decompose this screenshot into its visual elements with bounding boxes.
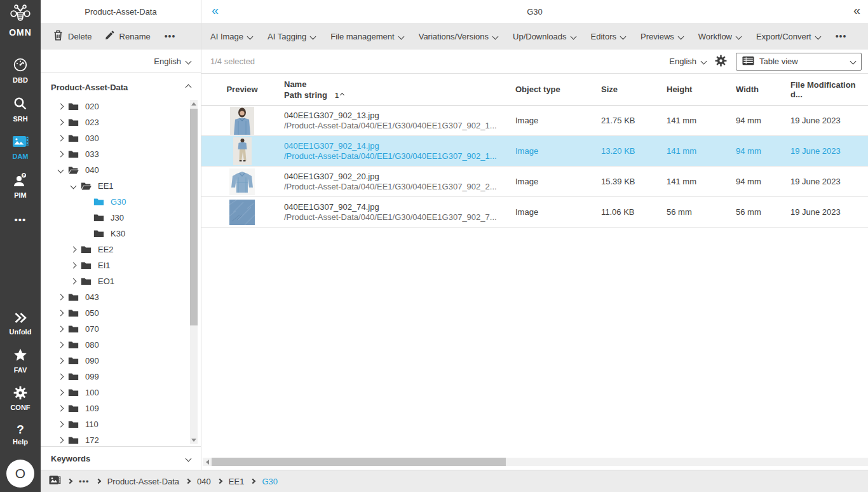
breadcrumb-item-040[interactable]: 040 [197,477,211,486]
rail-item-fav[interactable]: FAV [13,348,28,374]
menu-previews[interactable]: Previews [641,32,683,41]
asset-browser-icon[interactable] [49,475,61,488]
expand-chevron-icon[interactable] [56,118,65,127]
omn-logo[interactable]: OMN [8,4,32,38]
expand-chevron-icon[interactable] [69,245,78,254]
delete-button[interactable]: Delete [50,27,96,45]
expand-chevron-icon[interactable] [69,277,78,286]
rail-item-dam[interactable]: DAM [12,135,29,160]
table-row[interactable]: 040EE1G307_902_74.jpg /Product-Asset-Dat… [201,197,868,228]
keywords-section-header[interactable]: Keywords [41,446,201,470]
tree-item-ee2[interactable]: EE2 [41,242,201,257]
breadcrumb-item-ee1[interactable]: EE1 [229,477,245,486]
rename-button[interactable]: Rename [101,28,154,44]
tree-item-g30-selected[interactable]: G30 [41,194,201,210]
expand-chevron-icon[interactable] [56,404,65,413]
column-header-name-path[interactable]: Name Path string 1 [274,79,515,100]
tree-item-030[interactable]: 030 [41,130,201,146]
tree-item-109[interactable]: 109 [41,400,201,416]
tree-item-020[interactable]: 020 [41,99,201,114]
expand-chevron-icon[interactable] [56,309,65,318]
expand-chevron-icon[interactable] [56,420,65,429]
expand-chevron-icon[interactable] [56,357,65,366]
expand-chevron-icon[interactable] [56,102,65,111]
menu-variations-versions[interactable]: Variations/Versions [419,32,498,41]
rail-item-pim[interactable]: P PIM [12,172,29,199]
tree-item-090[interactable]: 090 [41,353,201,369]
view-mode-value: Table view [759,57,798,66]
collapse-chevron-icon[interactable] [56,166,65,175]
menu-ai-tagging[interactable]: AI Tagging [268,32,315,41]
scroll-down-arrow[interactable] [190,436,198,444]
image-height: 141 mm [667,146,736,156]
tree-item-ee1[interactable]: EE1 [41,178,201,194]
table-row-selected[interactable]: 040EE1G307_902_14.jpg /Product-Asset-Dat… [201,136,868,167]
panel-language-select[interactable]: English [41,50,201,73]
tree-item-172[interactable]: 172 [41,432,201,446]
horizontal-scrollbar[interactable] [203,458,868,466]
breadcrumb: ••• Product-Asset-Data 040 EE1 G30 [41,470,868,492]
scroll-left-arrow[interactable] [203,460,212,465]
scroll-up-arrow[interactable] [190,100,198,107]
tree-item-050[interactable]: 050 [41,305,201,321]
column-header-size[interactable]: Size [601,85,667,94]
column-header-width[interactable]: Width [736,85,790,94]
menu-up-downloads[interactable]: Up/Downloads [513,32,576,41]
expand-chevron-icon[interactable] [56,388,65,397]
expand-chevron-icon[interactable] [56,436,65,445]
tree-item-070[interactable]: 070 [41,321,201,337]
breadcrumb-collapsed-button[interactable]: ••• [79,477,90,486]
table-row[interactable]: 040EE1G307_902_20.jpg /Product-Asset-Dat… [201,167,868,197]
tree-scrollbar[interactable] [190,100,198,444]
expand-chevron-icon[interactable] [56,325,65,334]
menu-file-management[interactable]: File management [330,32,403,41]
rail-more-button[interactable]: ••• [15,214,27,225]
collapse-right-panel-button[interactable]: « [853,4,860,17]
column-header-modified[interactable]: File Modification d... [790,80,868,99]
menu-editors[interactable]: Editors [591,32,625,41]
breadcrumb-item-g30-current[interactable]: G30 [262,477,278,486]
main-language-select[interactable]: English [669,57,706,66]
tree-item-080[interactable]: 080 [41,337,201,353]
menu-export-convert[interactable]: Export/Convert [756,32,820,41]
menu-workflow[interactable]: Workflow [698,32,741,41]
rail-item-conf[interactable]: CONF [10,386,30,411]
rail-item-unfold[interactable]: Unfold [10,311,32,336]
tree-item-110[interactable]: 110 [41,416,201,432]
table-row[interactable]: 040EE1G307_902_13.jpg /Product-Asset-Dat… [201,106,868,136]
expand-chevron-icon[interactable] [56,372,65,381]
tree-root[interactable]: Product-Asset-Data [41,77,201,97]
tree-item-099[interactable]: 099 [41,369,201,385]
rail-item-dbd[interactable]: DBD [13,57,28,84]
menu-ai-image[interactable]: AI Image [210,32,252,41]
menu-more-button[interactable]: ••• [836,31,847,41]
horizontal-scrollbar-thumb[interactable] [212,458,506,466]
tree-item-eo1[interactable]: EO1 [41,273,201,289]
column-header-height[interactable]: Height [667,85,736,94]
breadcrumb-item-root[interactable]: Product-Asset-Data [107,477,179,486]
avatar[interactable]: O [6,460,34,488]
settings-gear-icon[interactable] [715,55,727,69]
tree-item-023[interactable]: 023 [41,114,201,130]
expand-chevron-icon[interactable] [56,150,65,159]
expand-chevron-icon[interactable] [56,293,65,302]
rail-item-help[interactable]: ? Help [13,423,28,446]
tree-item-043[interactable]: 043 [41,289,201,305]
rail-item-srh[interactable]: SRH [13,96,28,123]
tree-item-040[interactable]: 040 [41,162,201,178]
collapse-left-panel-button[interactable]: « [212,4,219,17]
tree-item-ei1[interactable]: EI1 [41,257,201,273]
collapse-chevron-icon[interactable] [69,182,78,191]
view-mode-select[interactable]: Table view [736,53,862,71]
tree-item-k30[interactable]: K30 [41,226,201,242]
tree-item-100[interactable]: 100 [41,385,201,400]
tree-item-033[interactable]: 033 [41,146,201,162]
column-header-object-type[interactable]: Object type [515,85,601,94]
expand-chevron-icon[interactable] [69,261,78,270]
panel-toolbar-more-button[interactable]: ••• [159,29,181,44]
tree-scrollbar-thumb[interactable] [190,109,198,325]
column-header-preview[interactable]: Preview [226,85,257,94]
tree-item-j30[interactable]: J30 [41,210,201,226]
expand-chevron-icon[interactable] [56,134,65,143]
expand-chevron-icon[interactable] [56,341,65,350]
